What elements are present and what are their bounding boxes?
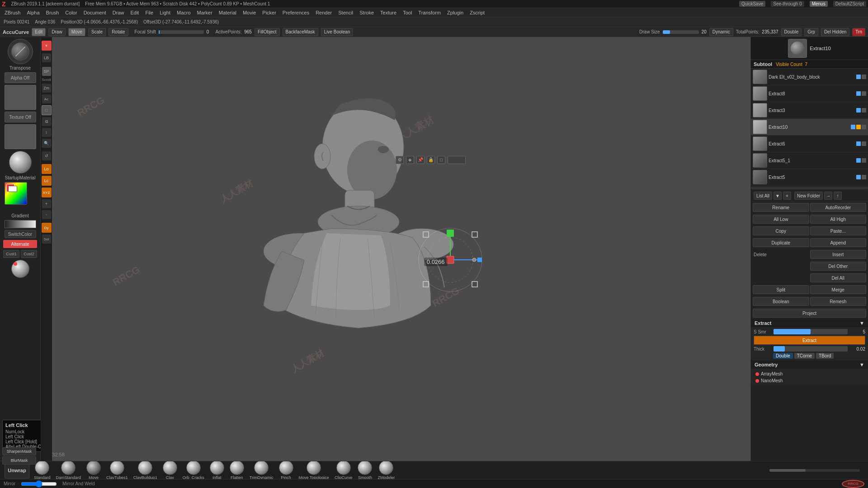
all-low-btn[interactable]: All Low [753, 215, 809, 224]
mirror-slider[interactable] [21, 482, 57, 486]
trn-btn[interactable]: Trn [852, 28, 865, 36]
auto-reorder-btn[interactable]: AutoReorder [810, 203, 867, 212]
live-boolean-btn[interactable]: Live Boolean [321, 28, 354, 36]
transform-bar[interactable] [448, 156, 466, 164]
menu-material[interactable]: Material [216, 9, 239, 16]
brush-scrollbar[interactable] [769, 469, 860, 472]
grp-btn[interactable]: Grp [804, 28, 818, 36]
brush-smooth[interactable]: Smooth [356, 461, 374, 479]
brush-inflat[interactable]: Inflat [208, 461, 226, 479]
s-smr-slider[interactable] [774, 329, 848, 334]
menu-marker[interactable]: Marker [194, 9, 215, 16]
menu-zbrush[interactable]: ZBrush [2, 9, 23, 16]
lock-icon-1[interactable] [862, 75, 866, 79]
del-other-btn[interactable]: Del Other [810, 262, 867, 271]
brush-zmodeler[interactable]: ZModeler [376, 461, 396, 479]
brush-move[interactable]: Move [85, 461, 103, 479]
brush-claytubes1[interactable]: ClayTubes1 [104, 461, 130, 479]
panel-icon-dynamic[interactable]: Dy [42, 223, 52, 233]
menus-btn[interactable]: Menus [810, 1, 828, 7]
alternate-btn[interactable]: Alternate [3, 240, 37, 248]
subtool-item-darkelt[interactable]: Dark Elt_v02_body_block [751, 69, 868, 85]
panel-icon-plus[interactable]: + [42, 199, 51, 208]
lock-icon-7[interactable] [862, 175, 866, 179]
subtool-item-extract6[interactable]: Extract6 [751, 136, 868, 152]
visibility-icon-6[interactable] [856, 158, 861, 163]
double-extract-btn[interactable]: Double [773, 353, 793, 359]
brush-move-topo[interactable]: Move Topologice [297, 461, 331, 479]
menu-tool[interactable]: Tool [400, 9, 415, 16]
pin-icon[interactable]: 📌 [416, 156, 425, 164]
remesh-btn[interactable]: Remesh [810, 297, 867, 306]
panel-icon-solo[interactable]: Sol [42, 235, 51, 244]
texture-off-btn[interactable]: Texture Off [5, 112, 36, 122]
cust1-btn[interactable]: Cust1 [3, 250, 19, 258]
new-folder-up[interactable]: ↑ [834, 192, 842, 200]
thick-slider[interactable] [774, 346, 848, 352]
alpha-off-btn[interactable]: Alpha Off [5, 72, 36, 83]
menu-movie[interactable]: Movie [240, 9, 259, 16]
backface-mask-btn[interactable]: BackfaceMask [283, 28, 318, 36]
array-mesh-item[interactable]: ArrayMesh [753, 371, 866, 377]
merge-btn[interactable]: Merge [810, 285, 867, 294]
panel-icon-zoom2[interactable]: 🔍 [42, 139, 51, 148]
panel-icon-minus[interactable]: - [42, 210, 51, 219]
move-btn[interactable]: Move [68, 28, 85, 36]
panel-icon-move[interactable]: ↕ [42, 128, 51, 137]
diamond-icon[interactable]: ◈ [406, 156, 414, 164]
subtool-item-extract5-1[interactable]: Extract5_1 [751, 152, 868, 169]
del-all-btn[interactable]: Del All [810, 273, 867, 282]
visibility-icon-3[interactable] [856, 108, 861, 113]
boolean-btn[interactable]: Boolean [753, 297, 809, 306]
menu-zplugin[interactable]: Zplugin [444, 9, 466, 16]
rotate-btn[interactable]: Rotate [108, 28, 128, 36]
all-high-btn[interactable]: All High [810, 215, 867, 224]
split-btn[interactable]: Split [753, 285, 809, 294]
menu-zscript[interactable]: Zscript [467, 9, 487, 16]
panel-icon-zoom[interactable]: Zm [42, 84, 51, 93]
menu-file[interactable]: File [142, 9, 156, 16]
rename-btn[interactable]: Rename [753, 203, 809, 212]
dynamic-btn[interactable]: Dynamic [709, 28, 733, 36]
menu-macro[interactable]: Macro [174, 9, 193, 16]
panel-icon-rotate[interactable]: ↺ [42, 151, 51, 160]
visibility-icon-2[interactable] [856, 91, 861, 96]
menu-stencil[interactable]: Stencil [335, 9, 356, 16]
menu-render[interactable]: Render [313, 9, 335, 16]
new-folder-btn[interactable]: New Folder [794, 192, 823, 200]
color-picker[interactable] [5, 182, 36, 211]
append-btn[interactable]: Append [810, 238, 867, 247]
switch-color-btn[interactable]: SwitchColor [5, 230, 36, 238]
menu-draw[interactable]: Draw [110, 9, 127, 16]
menu-preferences[interactable]: Preferences [280, 9, 312, 16]
brush-trimdynamic[interactable]: TrimDynamic [248, 461, 275, 479]
extract-header[interactable]: Extract ▼ [751, 319, 868, 327]
panel-icon-frame[interactable]: □ [42, 105, 52, 115]
panel-icon-arr[interactable]: ⧉ [42, 117, 51, 126]
focal-shift-bar[interactable] [159, 30, 204, 34]
gear-icon[interactable]: ⚙ [396, 156, 404, 164]
gradient-swatch[interactable] [5, 220, 36, 228]
visibility-icon-7[interactable] [856, 175, 861, 179]
visibility-icon-5[interactable] [856, 141, 861, 146]
menu-transform[interactable]: Transform [415, 9, 443, 16]
menu-light[interactable]: Light [157, 9, 173, 16]
panel-icon-orange2[interactable]: Lc [42, 176, 52, 186]
fill-object-btn[interactable]: FillObject [255, 28, 280, 36]
new-folder-arrow[interactable]: → [824, 192, 832, 200]
extract-btn[interactable]: Extract [754, 336, 865, 345]
subtool-item-extract10[interactable]: Extract10 [751, 119, 868, 136]
lock-icon[interactable]: 🔒 [427, 156, 435, 164]
menu-color[interactable]: Color [62, 9, 80, 16]
tbord-btn[interactable]: TBord [816, 353, 834, 359]
draw-size-bar[interactable] [663, 30, 699, 34]
cust2-btn[interactable]: Cust2 [21, 250, 37, 258]
scale-btn[interactable]: Scale [88, 28, 106, 36]
menu-document[interactable]: Document [81, 9, 109, 16]
transform-gizmo[interactable] [410, 219, 491, 300]
panel-icon-xyz[interactable]: XYZ [42, 188, 52, 197]
del-hidden-btn[interactable]: Del Hidden [821, 28, 849, 36]
list-all-arrow[interactable]: ▼ [774, 192, 782, 200]
viewport-canvas[interactable]: RRCG 人人素材 RRCG 人人素材 RRCG 人人素材 [41, 37, 750, 461]
sharpen-mask-btn[interactable]: SharpenMask [2, 447, 36, 455]
